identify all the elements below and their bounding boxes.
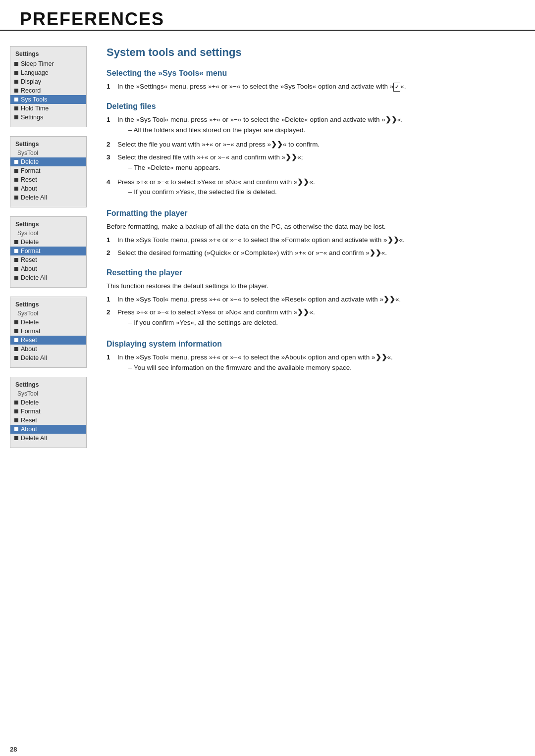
- bullet-icon: [14, 106, 18, 110]
- bullet-icon: [14, 267, 18, 271]
- bullet-icon: [14, 160, 18, 164]
- bullet-icon: [14, 427, 18, 431]
- section-displaying: Displaying system information 1 In the »…: [107, 340, 515, 375]
- sidebar-item-delete-3[interactable]: Delete: [10, 318, 86, 327]
- bullet-icon: [14, 71, 18, 75]
- sidebar-item-about-3[interactable]: About: [10, 345, 86, 353]
- bullet-icon: [14, 178, 18, 182]
- sidebar-item-delete-4[interactable]: Delete: [10, 398, 86, 407]
- sidebar-item-format-4[interactable]: Format: [10, 407, 86, 416]
- step-select-1: 1 In the »Settings« menu, press »+« or »…: [107, 82, 515, 92]
- step-display-1-sub: You will see information on the firmware…: [117, 363, 393, 373]
- menu-subtitle-4: SysTool: [10, 310, 86, 318]
- page-number: 28: [10, 746, 17, 753]
- sidebar-item-delete-1[interactable]: Delete: [10, 157, 86, 166]
- bullet-icon: [14, 196, 18, 200]
- resetting-intro: This function restores the default setti…: [107, 281, 515, 292]
- sidebar-item-format-2[interactable]: Format: [10, 247, 86, 255]
- bullet-icon: [14, 356, 18, 360]
- bullet-icon: [14, 89, 18, 93]
- menu-box-4: Settings SysTool Delete Format Reset Abo…: [10, 297, 87, 368]
- sidebar-item-sleep-timer[interactable]: Sleep Timer: [10, 59, 86, 68]
- subsection-title-resetting: Resetting the player: [107, 268, 515, 277]
- page-footer: 28: [10, 746, 17, 753]
- formatting-intro: Before formatting, make a backup of all …: [107, 222, 515, 232]
- bullet-icon: [14, 249, 18, 253]
- step-delete-4: 4 Press »+« or »−« to select »Yes« or »N…: [107, 177, 515, 200]
- bullet-icon: [14, 258, 18, 262]
- step-delete-1: 1 In the »Sys Tool« menu, press »+« or »…: [107, 115, 515, 137]
- menu-box-2: Settings SysTool Delete Format Reset Abo…: [10, 136, 87, 207]
- bullet-icon: [14, 187, 18, 191]
- menu-title-5: Settings: [10, 380, 86, 390]
- section-main-title: System tools and settings: [107, 46, 515, 59]
- sidebar-item-deleteall-4[interactable]: Delete All: [10, 434, 86, 443]
- step-delete-1-sub: All the folders and files stored on the …: [117, 125, 403, 136]
- subsection-title-selecting: Selecting the »Sys Tools« menu: [107, 69, 515, 78]
- sidebar-item-hold-time[interactable]: Hold Time: [10, 104, 86, 113]
- subsection-title-deleting: Deleting files: [107, 102, 515, 111]
- bullet-icon: [14, 80, 18, 84]
- menu-title-3: Settings: [10, 220, 86, 230]
- sidebar-item-reset-4[interactable]: Reset: [10, 416, 86, 425]
- sidebar-item-reset-3[interactable]: Reset: [10, 336, 86, 345]
- page-header: PREFERENCES: [0, 0, 535, 31]
- sidebar-item-about-1[interactable]: About: [10, 184, 86, 193]
- sidebar-item-delete-2[interactable]: Delete: [10, 238, 86, 247]
- bullet-icon: [14, 115, 18, 119]
- sidebar-item-settings[interactable]: Settings: [10, 113, 86, 122]
- step-delete-2: 2 Select the file you want with »+« or »…: [107, 140, 515, 150]
- sidebar-item-deleteall-1[interactable]: Delete All: [10, 193, 86, 202]
- bullet-icon: [14, 418, 18, 422]
- step-reset-2: 2 Press »+« or »−« to select »Yes« or »N…: [107, 307, 515, 330]
- section-deleting: Deleting files 1 In the »Sys Tool« menu,…: [107, 102, 515, 199]
- bullet-icon: [14, 338, 18, 342]
- sidebar-item-deleteall-3[interactable]: Delete All: [10, 353, 86, 362]
- menu-title-4: Settings: [10, 300, 86, 310]
- step-reset-1: 1 In the »Sys Tool« menu, press »+« or »…: [107, 295, 515, 305]
- menu-title-2: Settings: [10, 140, 86, 150]
- subsection-title-displaying: Displaying system information: [107, 340, 515, 349]
- menu-subtitle-2: SysTool: [10, 150, 86, 157]
- bullet-icon: [14, 320, 18, 324]
- step-reset-2-sub: If you confirm »Yes«, all the settings a…: [117, 318, 315, 328]
- bullet-icon: [14, 62, 18, 66]
- step-format-2: 2 Select the desired formatting (»Quick«…: [107, 248, 515, 258]
- sidebar-item-deleteall-2[interactable]: Delete All: [10, 273, 86, 282]
- sidebar-item-about-4[interactable]: About: [10, 425, 86, 434]
- bullet-icon: [14, 240, 18, 244]
- sidebar-item-sys-tools[interactable]: Sys Tools: [10, 95, 86, 104]
- bullet-icon: [14, 329, 18, 333]
- bullet-icon: [14, 347, 18, 351]
- sidebar-item-display[interactable]: Display: [10, 77, 86, 86]
- step-delete-3: 3 Select the desired file with »+« or »−…: [107, 152, 515, 175]
- bullet-icon: [14, 409, 18, 413]
- step-delete-4-sub: If you confirm »Yes«, the selected file …: [117, 187, 315, 198]
- menu-subtitle-3: SysTool: [10, 230, 86, 238]
- bullet-icon: [14, 98, 18, 101]
- sidebar-item-language[interactable]: Language: [10, 68, 86, 77]
- bullet-icon: [14, 169, 18, 173]
- section-selecting: Selecting the »Sys Tools« menu 1 In the …: [107, 69, 515, 92]
- sidebar-item-format-1[interactable]: Format: [10, 166, 86, 175]
- bullet-icon: [14, 276, 18, 280]
- menu-subtitle-5: SysTool: [10, 390, 86, 398]
- sidebar-item-record[interactable]: Record: [10, 86, 86, 95]
- step-format-1: 1 In the »Sys Tool« menu, press »+« or »…: [107, 235, 515, 246]
- step-delete-3-sub: The »Delete« menu appears.: [117, 163, 303, 173]
- menu-title-1: Settings: [10, 50, 86, 59]
- menu-box-1: Settings Sleep Timer Language Display Re…: [10, 46, 87, 127]
- main-content: System tools and settings Selecting the …: [92, 41, 535, 749]
- sidebar-item-reset-1[interactable]: Reset: [10, 175, 86, 184]
- section-resetting: Resetting the player This function resto…: [107, 268, 515, 330]
- sidebar-item-format-3[interactable]: Format: [10, 327, 86, 336]
- sidebar-item-about-2[interactable]: About: [10, 264, 86, 273]
- step-display-1: 1 In the »Sys Tool« menu, press »+« or »…: [107, 353, 515, 375]
- bullet-icon: [14, 401, 18, 404]
- sidebar-item-reset-2[interactable]: Reset: [10, 255, 86, 264]
- page-title: PREFERENCES: [20, 9, 164, 29]
- menu-box-3: Settings SysTool Delete Format Reset Abo…: [10, 216, 87, 288]
- section-formatting: Formatting the player Before formatting,…: [107, 209, 515, 258]
- bullet-icon: [14, 436, 18, 440]
- menu-box-5: Settings SysTool Delete Format Reset Abo…: [10, 377, 87, 448]
